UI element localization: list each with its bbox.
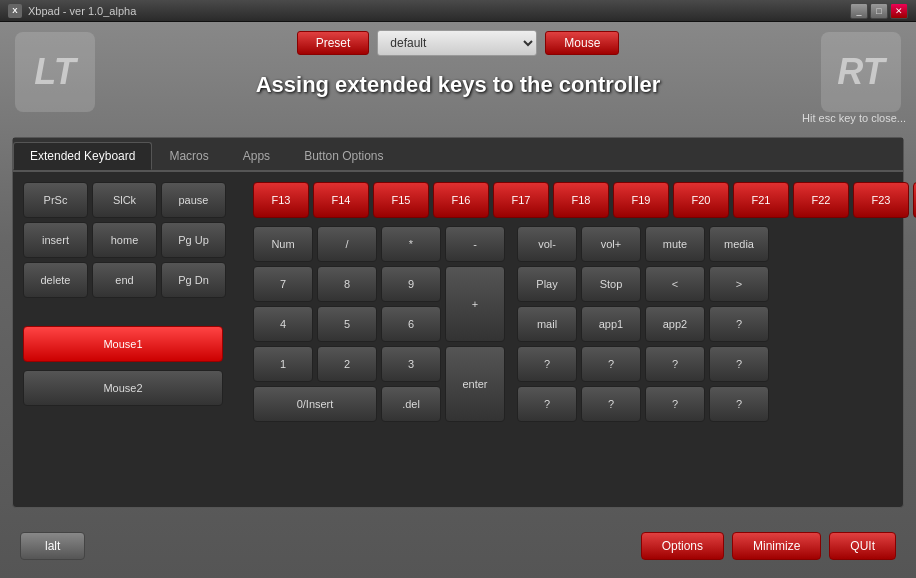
main-background: LT RT Preset default Mouse Assing extend… bbox=[0, 22, 916, 578]
tab-apps[interactable]: Apps bbox=[226, 142, 287, 170]
media-row3: mail app1 app2 ? bbox=[517, 306, 769, 342]
media-row4: ? ? ? ? bbox=[517, 346, 769, 382]
stop-key[interactable]: Stop bbox=[581, 266, 641, 302]
tab-button-options[interactable]: Button Options bbox=[287, 142, 400, 170]
mail-key[interactable]: mail bbox=[517, 306, 577, 342]
num6-key[interactable]: 6 bbox=[381, 306, 441, 342]
vol-plus-key[interactable]: vol+ bbox=[581, 226, 641, 262]
numpad-cols: 7 8 9 4 5 6 1 bbox=[253, 266, 441, 422]
num3-key[interactable]: 3 bbox=[381, 346, 441, 382]
f16-key[interactable]: F16 bbox=[433, 182, 489, 218]
minimize-button[interactable]: Minimize bbox=[732, 532, 821, 560]
bottom-right-buttons: Options Minimize QUIt bbox=[641, 532, 896, 560]
media-q3-key[interactable]: ? bbox=[581, 346, 641, 382]
pgdn-key[interactable]: Pg Dn bbox=[161, 262, 226, 298]
numstar-key[interactable]: * bbox=[381, 226, 441, 262]
insert-key[interactable]: insert bbox=[23, 222, 88, 258]
f23-key[interactable]: F23 bbox=[853, 182, 909, 218]
numpad-plus-enter: + enter bbox=[445, 266, 505, 422]
num8-key[interactable]: 8 bbox=[317, 266, 377, 302]
quit-button[interactable]: QUIt bbox=[829, 532, 896, 560]
f21-key[interactable]: F21 bbox=[733, 182, 789, 218]
play-key[interactable]: Play bbox=[517, 266, 577, 302]
numenter-key[interactable]: enter bbox=[445, 346, 505, 422]
media-q6-key[interactable]: ? bbox=[517, 386, 577, 422]
media-q8-key[interactable]: ? bbox=[645, 386, 705, 422]
f17-key[interactable]: F17 bbox=[493, 182, 549, 218]
media-q1-key[interactable]: ? bbox=[709, 306, 769, 342]
slck-key[interactable]: SlCk bbox=[92, 182, 157, 218]
pgup-key[interactable]: Pg Up bbox=[161, 222, 226, 258]
panel-content: PrSc SlCk pause insert home Pg Up delete… bbox=[13, 172, 903, 432]
tab-extended-keyboard[interactable]: Extended Keyboard bbox=[13, 142, 152, 170]
prsc-key[interactable]: PrSc bbox=[23, 182, 88, 218]
media-q4-key[interactable]: ? bbox=[645, 346, 705, 382]
preset-button[interactable]: Preset bbox=[297, 31, 370, 55]
numpad-row4: 1 2 3 bbox=[253, 346, 441, 382]
app1-key[interactable]: app1 bbox=[581, 306, 641, 342]
preset-dropdown[interactable]: default bbox=[377, 30, 537, 56]
mouse1-button[interactable]: Mouse1 bbox=[23, 326, 223, 362]
home-key[interactable]: home bbox=[92, 222, 157, 258]
vol-minus-key[interactable]: vol- bbox=[517, 226, 577, 262]
num5-key[interactable]: 5 bbox=[317, 306, 377, 342]
f20-key[interactable]: F20 bbox=[673, 182, 729, 218]
num7-key[interactable]: 7 bbox=[253, 266, 313, 302]
next-key[interactable]: > bbox=[709, 266, 769, 302]
minimize-window-btn[interactable]: _ bbox=[850, 3, 868, 19]
media-section: vol- vol+ mute media Play Stop < > m bbox=[517, 226, 769, 422]
left-row2: insert home Pg Up bbox=[23, 222, 243, 258]
numslash-key[interactable]: / bbox=[317, 226, 377, 262]
pause-key[interactable]: pause bbox=[161, 182, 226, 218]
num-key[interactable]: Num bbox=[253, 226, 313, 262]
window-controls: _ □ ✕ bbox=[850, 3, 908, 19]
num0-key[interactable]: 0/Insert bbox=[253, 386, 377, 422]
title-bar: X Xbpad - ver 1.0_alpha _ □ ✕ bbox=[0, 0, 916, 22]
numminus-key[interactable]: - bbox=[445, 226, 505, 262]
delete-key[interactable]: delete bbox=[23, 262, 88, 298]
media-q2-key[interactable]: ? bbox=[517, 346, 577, 382]
f18-key[interactable]: F18 bbox=[553, 182, 609, 218]
mute-key[interactable]: mute bbox=[645, 226, 705, 262]
media-row2: Play Stop < > bbox=[517, 266, 769, 302]
num1-key[interactable]: 1 bbox=[253, 346, 313, 382]
title-label: Xbpad - ver 1.0_alpha bbox=[28, 5, 136, 17]
media-q9-key[interactable]: ? bbox=[709, 386, 769, 422]
f22-key[interactable]: F22 bbox=[793, 182, 849, 218]
media-row1: vol- vol+ mute media bbox=[517, 226, 769, 262]
media-q5-key[interactable]: ? bbox=[709, 346, 769, 382]
app-icon: X bbox=[8, 4, 22, 18]
num4-key[interactable]: 4 bbox=[253, 306, 313, 342]
left-row3: delete end Pg Dn bbox=[23, 262, 243, 298]
mouse-button[interactable]: Mouse bbox=[545, 31, 619, 55]
fkey-row: F13 F14 F15 F16 F17 F18 F19 F20 F21 F22 … bbox=[253, 182, 916, 218]
media-row5: ? ? ? ? bbox=[517, 386, 769, 422]
f15-key[interactable]: F15 bbox=[373, 182, 429, 218]
f19-key[interactable]: F19 bbox=[613, 182, 669, 218]
app2-key[interactable]: app2 bbox=[645, 306, 705, 342]
media-q7-key[interactable]: ? bbox=[581, 386, 641, 422]
numdel-key[interactable]: .del bbox=[381, 386, 441, 422]
numpad-row1: Num / * - bbox=[253, 226, 505, 262]
esc-hint: Hit esc key to close... bbox=[802, 112, 906, 124]
maximize-window-btn[interactable]: □ bbox=[870, 3, 888, 19]
ialt-button[interactable]: lalt bbox=[20, 532, 85, 560]
numplus-key[interactable]: + bbox=[445, 266, 505, 342]
numpad-row5: 0/Insert .del bbox=[253, 386, 441, 422]
options-button[interactable]: Options bbox=[641, 532, 724, 560]
close-window-btn[interactable]: ✕ bbox=[890, 3, 908, 19]
num2-key[interactable]: 2 bbox=[317, 346, 377, 382]
left-section: PrSc SlCk pause insert home Pg Up delete… bbox=[23, 182, 243, 422]
mouse2-button[interactable]: Mouse2 bbox=[23, 370, 223, 406]
numpad-row3: 4 5 6 bbox=[253, 306, 441, 342]
numpad-row2: 7 8 9 bbox=[253, 266, 441, 302]
main-panel: Extended Keyboard Macros Apps Button Opt… bbox=[12, 137, 904, 508]
tab-macros[interactable]: Macros bbox=[152, 142, 225, 170]
prev-key[interactable]: < bbox=[645, 266, 705, 302]
media-key[interactable]: media bbox=[709, 226, 769, 262]
bottom-bar: lalt Options Minimize QUIt bbox=[0, 513, 916, 578]
num9-key[interactable]: 9 bbox=[381, 266, 441, 302]
f13-key[interactable]: F13 bbox=[253, 182, 309, 218]
end-key[interactable]: end bbox=[92, 262, 157, 298]
f14-key[interactable]: F14 bbox=[313, 182, 369, 218]
